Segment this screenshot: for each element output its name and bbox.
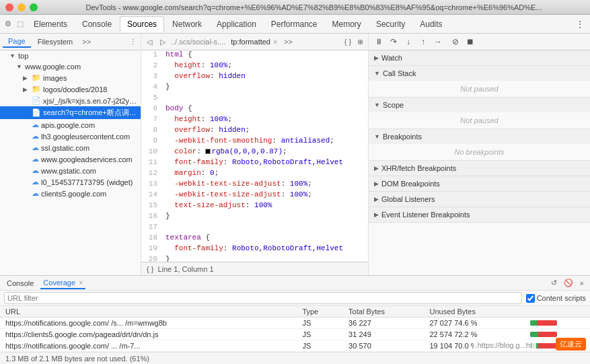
content-scripts-checkbox[interactable]	[526, 294, 535, 303]
breakpoints-section-header[interactable]: ▼ Breakpoints	[369, 129, 590, 144]
maximize-button[interactable]	[30, 3, 38, 11]
section-arrow: ▶	[374, 165, 379, 172]
globe-icon: ☁	[32, 189, 39, 198]
tab-security[interactable]: Security	[369, 17, 412, 32]
tree-item-logos[interactable]: ▶ 📁 logos/doodles/2018	[0, 83, 141, 95]
unused-cell: 27 027 74.6 %	[424, 318, 525, 329]
tree-item-lh3[interactable]: ☁ lh3.googleusercontent.com	[0, 131, 141, 142]
tab-application[interactable]: Application	[210, 17, 263, 32]
step-over-button[interactable]: ↷	[388, 36, 400, 48]
code-line: 14 -webkit-text-size-adjust: 100%;	[141, 190, 368, 201]
step-out-button[interactable]: ↑	[417, 36, 429, 48]
type-header[interactable]: Type	[297, 306, 343, 318]
call-stack-section-header[interactable]: ▼ Call Stack	[369, 66, 590, 81]
tab-performance[interactable]: Performance	[264, 17, 324, 32]
format-icon[interactable]: { }	[342, 36, 353, 47]
reload-coverage-button[interactable]: ↺	[549, 278, 559, 288]
editor-format-icon[interactable]: { }	[147, 265, 153, 273]
more-files-icon[interactable]: >>	[283, 36, 293, 47]
tree-item-ads[interactable]: ☁ www.googleadservices.com	[0, 153, 141, 165]
url-header[interactable]: URL	[0, 306, 297, 318]
url-cell: https://notifications.google.com/ /s... …	[0, 318, 297, 329]
pause-button[interactable]: ⏸	[373, 36, 385, 48]
dom-label: DOM Breakpoints	[381, 180, 440, 188]
devtools-icon[interactable]: ⚙	[3, 19, 13, 30]
line-number: 2	[141, 61, 163, 69]
tree-item-search-selected[interactable]: 📄 search?q=chrome+断点调试...	[0, 106, 141, 119]
subtab-options[interactable]: ⋮	[127, 36, 138, 47]
line-content: -webkit-text-size-adjust: 100%;	[163, 180, 312, 188]
tab-network[interactable]: Network	[165, 17, 209, 32]
step-into-button[interactable]: ↓	[402, 36, 414, 48]
subtab-filesystem[interactable]: Filesystem	[32, 36, 79, 47]
code-line: 2 height: 100%;	[141, 61, 368, 72]
type-cell: JS	[297, 318, 343, 329]
call-stack-section: ▼ Call Stack Not paused	[369, 66, 590, 98]
search-in-file-icon[interactable]: ⊕	[355, 36, 365, 47]
section-arrow: ▶	[374, 196, 379, 203]
file-tab-close[interactable]: ×	[273, 38, 277, 46]
close-bottom-panel-button[interactable]: ×	[578, 279, 586, 288]
tab-console[interactable]: Console	[75, 17, 118, 32]
tree-item-clients5[interactable]: ☁ clients5.google.com	[0, 188, 141, 199]
code-line: 8 overflow: hidden;	[141, 126, 368, 137]
table-row[interactable]: https://notifications.google.com/ /s... …	[0, 318, 590, 329]
tree-item-top[interactable]: ▼ top	[0, 50, 141, 61]
subtab-more[interactable]: >>	[79, 36, 94, 47]
line-number: 18	[141, 233, 163, 242]
active-file-tab[interactable]: tp:formatted ×	[231, 38, 277, 46]
tree-item-xjs[interactable]: 📄 xjs/_/js/k=xjs.s.en.o7-j2t2yx...	[0, 95, 141, 106]
unused-header[interactable]: Unused Bytes	[424, 306, 525, 318]
clear-coverage-button[interactable]: 🚫	[562, 278, 575, 288]
event-listener-section-header[interactable]: ▶ Event Listener Breakpoints	[369, 207, 590, 222]
tree-arrow: ▶	[23, 75, 30, 81]
tab-memory[interactable]: Memory	[326, 17, 368, 32]
scope-section-header[interactable]: ▼ Scope	[369, 98, 590, 112]
dont-pause-button[interactable]: ⏹	[464, 36, 476, 48]
tab-audits[interactable]: Audits	[413, 17, 449, 32]
xhr-label: XHR/fetch Breakpoints	[381, 164, 456, 172]
code-line: 9 -webkit-font-smoothing: antialiased;	[141, 137, 368, 147]
table-row[interactable]: https://clients5.google.com/pagead/drt/d…	[0, 329, 590, 340]
tree-item-apis[interactable]: ☁ apis.google.com	[0, 119, 141, 131]
url-filter-input[interactable]	[4, 292, 522, 304]
watch-section-header[interactable]: ▶ Watch	[369, 50, 590, 65]
back-icon[interactable]: ◁	[144, 36, 155, 47]
xhr-section: ▶ XHR/fetch Breakpoints	[369, 161, 590, 176]
code-editor[interactable]: 1 html { 2 height: 100%; 3 overflow: hid…	[141, 50, 368, 262]
tree-item-widget[interactable]: ☁ l0_1545377173795 (widget)	[0, 176, 141, 188]
more-tabs-button[interactable]: ⋮	[573, 17, 587, 31]
tree-item-images[interactable]: ▶ 📁 images	[0, 72, 141, 83]
dom-section-header[interactable]: ▶ DOM Breakpoints	[369, 176, 590, 191]
code-line: 3 overflow: hidden	[141, 72, 368, 83]
breakpoints-section: ▼ Breakpoints No breakpoints	[369, 129, 590, 161]
tree-item-ssl[interactable]: ☁ ssl.gstatic.com	[0, 142, 141, 153]
step-button[interactable]: →	[432, 36, 444, 48]
global-section-header[interactable]: ▶ Global Listeners	[369, 192, 590, 207]
line-content: font-family: Roboto,RobotoDraft,Helvet	[163, 158, 343, 166]
tree-label: clients5.google.com	[41, 190, 106, 198]
watermark-brand: 亿速云	[556, 338, 586, 351]
coverage-tab-close[interactable]: ×	[79, 279, 83, 287]
console-tab[interactable]: Console	[4, 278, 36, 289]
total-cell: 31 249	[343, 329, 424, 340]
tab-sources[interactable]: Sources	[120, 16, 164, 32]
close-button[interactable]	[5, 3, 13, 11]
minimize-button[interactable]	[17, 3, 26, 11]
tab-elements[interactable]: Elements	[27, 17, 74, 32]
xhr-section-header[interactable]: ▶ XHR/fetch Breakpoints	[369, 161, 590, 176]
file-tree: ▼ top ▼ www.google.com ▶ 📁 images ▶ 📁 lo…	[0, 50, 141, 275]
subtab-page[interactable]: Page	[3, 36, 31, 48]
url-cell: https://notifications.google.com/ ... /m…	[0, 340, 297, 352]
total-header[interactable]: Total Bytes	[343, 306, 424, 318]
content-scripts-label[interactable]: Content scripts	[526, 294, 586, 303]
deactivate-button[interactable]: ⊘	[449, 36, 462, 48]
line-content: -webkit-font-smoothing: antialiased;	[163, 137, 334, 145]
code-line: 18 textarea {	[141, 233, 368, 244]
titlebar-title: DevTools - www.google.com/search?q=chrom…	[43, 3, 585, 11]
coverage-tab[interactable]: Coverage ×	[40, 277, 85, 289]
inspector-icon[interactable]: ⬚	[15, 19, 26, 30]
tree-item-gstatic[interactable]: ☁ www.gstatic.com	[0, 165, 141, 176]
tree-item-google[interactable]: ▼ www.google.com	[0, 61, 141, 72]
forward-icon[interactable]: ▷	[157, 36, 168, 47]
